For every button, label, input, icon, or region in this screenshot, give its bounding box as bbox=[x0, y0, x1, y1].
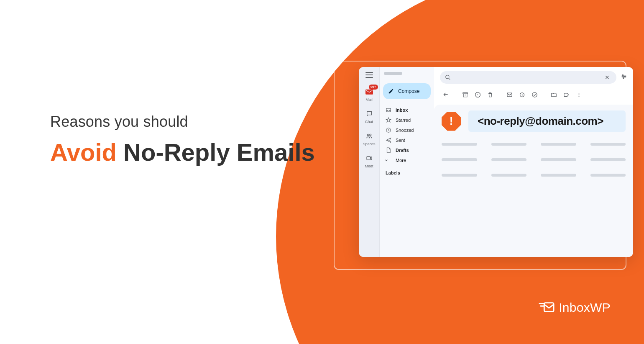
svg-point-4 bbox=[446, 75, 449, 79]
more-icon[interactable] bbox=[573, 89, 585, 100]
unread-badge: 99+ bbox=[369, 85, 378, 90]
svg-point-13 bbox=[578, 92, 579, 93]
skeleton-segment bbox=[590, 158, 626, 161]
nav-label: Snoozed bbox=[396, 128, 414, 133]
app-rail: 99+ Mail Chat Spaces Meet bbox=[359, 67, 380, 257]
brand-name: InboxWP bbox=[559, 300, 611, 315]
spaces-icon bbox=[365, 131, 374, 141]
svg-point-7 bbox=[623, 77, 624, 79]
skeleton-segment bbox=[491, 158, 527, 161]
main-panel: ✕ <no-reply@domain.com> bbox=[434, 67, 633, 257]
nav-label: Drafts bbox=[396, 148, 409, 153]
app-rail-chat[interactable]: Chat bbox=[365, 109, 374, 124]
search-row: ✕ bbox=[434, 67, 633, 87]
tune-icon[interactable] bbox=[621, 73, 627, 82]
labels-heading: Labels bbox=[383, 165, 431, 175]
clock-icon bbox=[386, 127, 391, 133]
clear-search-icon[interactable]: ✕ bbox=[603, 74, 611, 81]
inboxwp-icon bbox=[539, 301, 555, 314]
app-rail-label: Mail bbox=[365, 98, 373, 102]
sender-row: <no-reply@domain.com> bbox=[442, 110, 626, 132]
headline-accent: Avoid bbox=[50, 139, 117, 166]
label-icon[interactable] bbox=[560, 89, 572, 100]
svg-point-14 bbox=[578, 94, 579, 95]
skeleton-segment bbox=[491, 174, 527, 177]
sender-address: <no-reply@domain.com> bbox=[468, 110, 626, 132]
svg-rect-2 bbox=[367, 157, 371, 160]
compose-button[interactable]: Compose bbox=[383, 83, 431, 99]
app-rail-label: Spaces bbox=[363, 142, 375, 146]
nav-inbox[interactable]: Inbox bbox=[383, 105, 431, 115]
headline-line1: Reasons you should bbox=[50, 113, 315, 131]
skeleton-segment bbox=[590, 143, 626, 146]
svg-point-5 bbox=[622, 74, 624, 76]
archive-icon[interactable] bbox=[459, 89, 471, 100]
app-rail-spaces[interactable]: Spaces bbox=[363, 131, 375, 146]
svg-point-12 bbox=[532, 92, 537, 97]
skeleton-line bbox=[442, 143, 626, 146]
nav-label: Inbox bbox=[396, 108, 408, 113]
sidebar-logo-placeholder bbox=[384, 72, 402, 75]
nav-drafts[interactable]: Drafts bbox=[383, 145, 431, 155]
star-icon bbox=[386, 117, 391, 123]
skeleton-segment bbox=[491, 143, 527, 146]
search-input[interactable] bbox=[454, 74, 603, 80]
mark-unread-icon[interactable] bbox=[503, 89, 515, 100]
chevron-down-icon bbox=[386, 158, 391, 162]
compose-label: Compose bbox=[398, 88, 419, 94]
nav-snoozed[interactable]: Snoozed bbox=[383, 125, 431, 135]
svg-point-0 bbox=[367, 134, 369, 136]
app-rail-meet[interactable]: Meet bbox=[365, 154, 374, 168]
skeleton-segment bbox=[590, 174, 626, 177]
search-box[interactable]: ✕ bbox=[440, 71, 616, 84]
message-content: <no-reply@domain.com> bbox=[434, 105, 633, 257]
svg-point-6 bbox=[624, 76, 626, 77]
brand-logo: InboxWP bbox=[539, 300, 611, 315]
nav-sent[interactable]: Sent bbox=[383, 135, 431, 145]
pencil-icon bbox=[388, 88, 394, 94]
app-rail-mail[interactable]: 99+ Mail bbox=[365, 87, 374, 102]
back-icon[interactable] bbox=[440, 89, 452, 100]
skeleton-segment bbox=[541, 174, 576, 177]
svg-point-15 bbox=[578, 96, 579, 97]
skeleton-segment bbox=[442, 158, 477, 161]
nav-label: Sent bbox=[396, 138, 405, 143]
nav-label: More bbox=[396, 158, 406, 163]
mail-icon: 99+ bbox=[365, 87, 374, 96]
skeleton-segment bbox=[442, 143, 477, 146]
snooze-icon[interactable] bbox=[516, 89, 528, 100]
nav-starred[interactable]: Starred bbox=[383, 115, 431, 125]
svg-rect-8 bbox=[463, 92, 467, 94]
warning-stop-icon bbox=[442, 112, 461, 131]
delete-icon[interactable] bbox=[484, 89, 496, 100]
chat-icon bbox=[365, 109, 374, 118]
skeleton-segment bbox=[541, 158, 576, 161]
inbox-icon bbox=[386, 107, 391, 113]
headline: Reasons you should Avoid No-Reply Emails bbox=[50, 113, 315, 166]
spam-icon[interactable] bbox=[472, 89, 483, 100]
svg-point-1 bbox=[369, 134, 371, 136]
toolbar bbox=[434, 87, 633, 105]
skeleton-segment bbox=[541, 143, 576, 146]
search-icon bbox=[445, 74, 451, 80]
app-rail-label: Meet bbox=[365, 164, 373, 168]
svg-rect-16 bbox=[544, 303, 554, 312]
app-rail-label: Chat bbox=[365, 120, 373, 124]
move-to-icon[interactable] bbox=[548, 89, 560, 100]
nav-label: Starred bbox=[396, 118, 411, 123]
nav-list: Inbox Starred Snoozed Sent Drafts bbox=[383, 105, 431, 165]
headline-rest: No-Reply Emails bbox=[117, 139, 315, 166]
meet-icon bbox=[365, 154, 374, 163]
mail-window: 99+ Mail Chat Spaces Meet Compos bbox=[359, 67, 633, 257]
skeleton-segment bbox=[442, 174, 477, 177]
sidebar: Compose Inbox Starred Snoozed Sent Draft… bbox=[380, 67, 434, 257]
nav-more[interactable]: More bbox=[383, 155, 431, 165]
skeleton-line bbox=[442, 174, 626, 177]
headline-line2: Avoid No-Reply Emails bbox=[50, 139, 315, 166]
skeleton-line bbox=[442, 158, 626, 161]
send-icon bbox=[386, 137, 391, 143]
menu-icon[interactable] bbox=[365, 72, 373, 78]
file-icon bbox=[386, 147, 391, 153]
add-task-icon[interactable] bbox=[529, 89, 540, 100]
